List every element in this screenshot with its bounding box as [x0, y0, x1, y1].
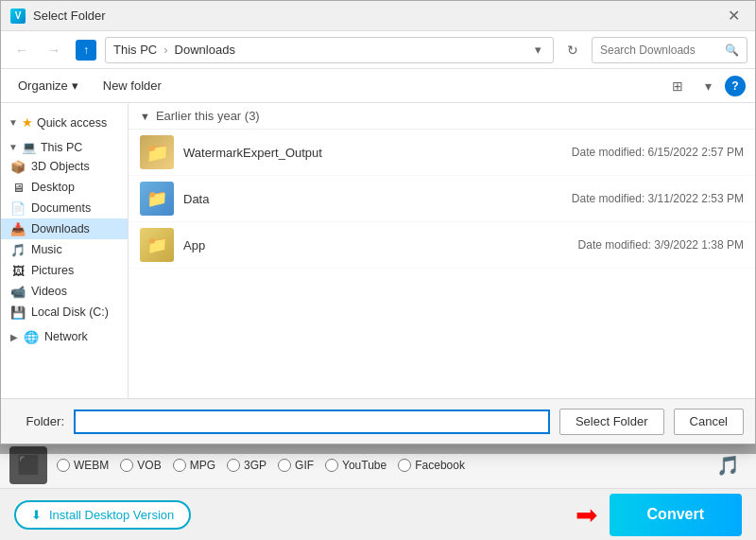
address-dropdown-button[interactable]: ▾	[531, 39, 545, 61]
format-options: WEBM VOB MPG 3GP GIF YouTube Facebook	[57, 459, 699, 472]
app-icon: V	[10, 9, 26, 24]
search-input[interactable]	[600, 44, 725, 57]
format-gif[interactable]: GIF	[278, 459, 314, 472]
title-bar-left: V Select Folder	[10, 9, 106, 24]
sidebar-item-music[interactable]: 🎵 Music	[1, 239, 128, 260]
pictures-icon: 🖼	[10, 263, 26, 278]
sidebar-item-videos[interactable]: 📹 Videos	[1, 281, 128, 302]
file-date: Date modified: 3/9/2022 1:38 PM	[578, 238, 744, 252]
refresh-button[interactable]: ↻	[559, 37, 586, 63]
desktop-icon: 🖥	[10, 180, 26, 195]
install-button[interactable]: ⬇ Install Desktop Version	[14, 500, 191, 530]
computer-icon: 💻	[22, 140, 37, 154]
radio-youtube[interactable]	[325, 459, 338, 472]
view-icon: ⊞	[672, 78, 683, 94]
videos-icon: 📹	[10, 284, 26, 299]
refresh-icon: ↻	[567, 43, 578, 58]
file-thumb-data: 📁	[140, 182, 174, 216]
nav-bar: ← → ↑ This PC › Downloads ▾ ↻ 🔍	[1, 31, 755, 69]
cancel-button[interactable]: Cancel	[674, 409, 744, 435]
select-folder-button[interactable]: Select Folder	[559, 409, 664, 435]
sidebar-item-documents[interactable]: 📄 Documents	[1, 198, 128, 218]
radio-mpg[interactable]	[173, 459, 186, 472]
radio-gif[interactable]	[278, 459, 291, 472]
format-webm[interactable]: WEBM	[57, 459, 109, 472]
up-button[interactable]: ↑	[73, 37, 99, 63]
dialog-title: Select Folder	[33, 9, 106, 23]
this-pc-label: This PC	[41, 141, 82, 154]
quick-access-header[interactable]: ▼ ★ Quick access	[1, 111, 128, 131]
view-button[interactable]: ⊞	[664, 73, 691, 99]
radio-webm[interactable]	[57, 459, 70, 472]
title-bar: V Select Folder ✕	[1, 1, 755, 31]
radio-facebook[interactable]	[398, 459, 411, 472]
close-button[interactable]: ✕	[722, 7, 746, 25]
file-date: Date modified: 3/11/2022 2:53 PM	[572, 192, 744, 205]
folder-bar: Folder: Select Folder Cancel	[1, 398, 755, 444]
search-box[interactable]: 🔍	[592, 37, 747, 63]
network-icon: 🌐	[24, 329, 39, 344]
quick-access-label: Quick access	[37, 116, 107, 130]
radio-3gp[interactable]	[227, 459, 240, 472]
sidebar-item-downloads[interactable]: 📥 Downloads	[1, 218, 128, 239]
breadcrumb-this-pc[interactable]: This PC	[113, 43, 157, 57]
file-list-section-header[interactable]: ▼ Earlier this year (3)	[129, 103, 755, 130]
format-3gp[interactable]: 3GP	[227, 459, 266, 472]
up-arrow-icon: ↑	[76, 40, 96, 61]
3d-objects-icon: 📦	[10, 159, 26, 174]
view-dropdown-button[interactable]: ▾	[695, 73, 721, 99]
network-section: ▶ 🌐 Network	[1, 326, 128, 347]
local-disk-icon: 💾	[10, 305, 26, 320]
quick-access-arrow: ▼	[9, 117, 18, 128]
search-icon: 🔍	[725, 44, 739, 57]
radio-vob[interactable]	[120, 459, 133, 472]
folder-input[interactable]	[74, 409, 550, 434]
sidebar-item-3d-objects[interactable]: 📦 3D Objects	[1, 156, 128, 177]
organize-dropdown-icon: ▾	[72, 78, 78, 93]
folder-label: Folder:	[12, 414, 64, 428]
title-controls: ✕	[722, 7, 746, 25]
table-row[interactable]: 📁 WatermarkExpert_Output Date modified: …	[129, 130, 755, 176]
forward-icon: →	[47, 43, 60, 58]
forward-button[interactable]: →	[41, 37, 67, 63]
download-icon: ⬇	[31, 508, 42, 522]
table-row[interactable]: 📁 App Date modified: 3/9/2022 1:38 PM	[129, 222, 755, 269]
sidebar-item-desktop[interactable]: 🖥 Desktop	[1, 177, 128, 198]
back-button[interactable]: ←	[9, 37, 35, 63]
file-list: ▼ Earlier this year (3) 📁 WatermarkExper…	[129, 103, 755, 398]
address-bar[interactable]: This PC › Downloads ▾	[105, 37, 554, 63]
format-facebook[interactable]: Facebook	[398, 459, 465, 472]
this-pc-arrow: ▼	[9, 142, 18, 152]
convert-button[interactable]: Convert	[610, 494, 742, 536]
format-youtube[interactable]: YouTube	[325, 459, 387, 472]
sidebar: ▼ ★ Quick access ▼ 💻 This PC 📦 3D Object…	[1, 103, 129, 398]
documents-icon: 📄	[10, 200, 26, 216]
file-name: WatermarkExpert_Output	[183, 146, 572, 160]
action-bar: ⬇ Install Desktop Version ➡ Convert	[0, 488, 756, 540]
format-vob[interactable]: VOB	[120, 459, 161, 472]
table-row[interactable]: 📁 Data Date modified: 3/11/2022 2:53 PM	[129, 176, 755, 222]
breadcrumb-sep1: ›	[163, 43, 167, 57]
music-folder-icon: 🎵	[10, 242, 26, 257]
this-pc-section: ▼ 💻 This PC 📦 3D Objects 🖥 Desktop 📄 Doc…	[1, 135, 128, 322]
file-name: Data	[183, 192, 572, 206]
view-dropdown-icon: ▾	[705, 78, 712, 94]
new-folder-button[interactable]: New folder	[95, 75, 169, 96]
file-date: Date modified: 6/15/2022 2:57 PM	[572, 146, 744, 159]
downloads-icon: 📥	[10, 221, 26, 236]
quick-access-star: ★	[22, 115, 33, 130]
sidebar-item-network[interactable]: ▶ 🌐 Network	[1, 326, 128, 347]
sidebar-item-pictures[interactable]: 🖼 Pictures	[1, 260, 128, 281]
this-pc-header[interactable]: ▼ 💻 This PC	[1, 135, 128, 156]
toolbar: Organize ▾ New folder ⊞ ▾ ?	[1, 69, 755, 103]
help-button[interactable]: ?	[725, 76, 746, 96]
help-icon: ?	[731, 79, 738, 93]
format-mpg[interactable]: MPG	[173, 459, 215, 472]
breadcrumb-downloads[interactable]: Downloads	[175, 43, 235, 57]
sidebar-item-local-disk[interactable]: 💾 Local Disk (C:)	[1, 302, 128, 322]
content-area: ▼ ★ Quick access ▼ 💻 This PC 📦 3D Object…	[1, 103, 755, 398]
file-thumb-watermark: 📁	[140, 135, 174, 169]
file-name: App	[183, 238, 578, 253]
organize-button[interactable]: Organize ▾	[10, 75, 86, 96]
back-icon: ←	[15, 43, 28, 58]
